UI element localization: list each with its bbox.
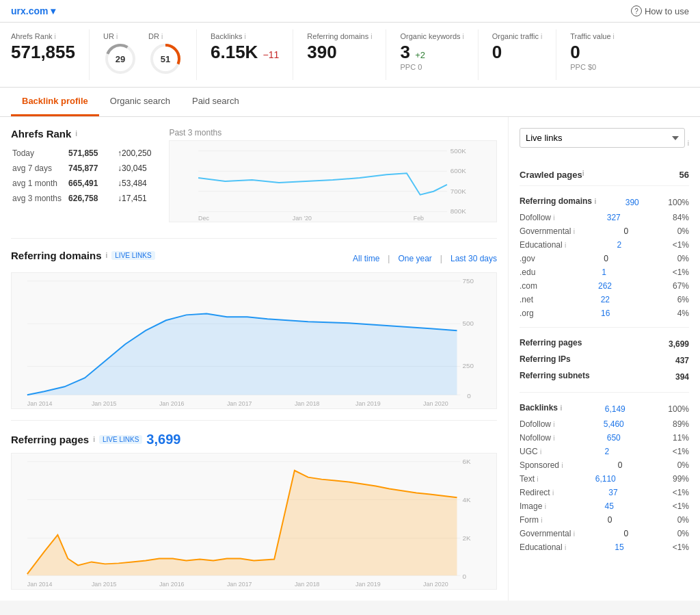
tab-organic-search[interactable]: Organic search [99, 88, 181, 116]
table-row: Today 571,855 ↑200,250 [12, 146, 157, 160]
list-item: Dofollow i 5,460 89% [520, 417, 689, 431]
rd-total-value[interactable]: 390 [625, 198, 639, 207]
referring-domains-section: Referring domains i LIVE LINKS All time … [11, 250, 497, 409]
bl-nofollow-info[interactable]: i [553, 434, 554, 442]
svg-text:0: 0 [467, 392, 471, 400]
traffic-value-sub: PPC $0 [570, 63, 615, 71]
bl-ugc-info[interactable]: i [540, 448, 541, 456]
filter-all-time[interactable]: All time [353, 254, 379, 263]
svg-text:Jan 2014: Jan 2014 [27, 400, 53, 407]
rank-chart-label: Past 3 months [169, 128, 497, 138]
bl-sponsored-info[interactable]: i [561, 462, 563, 469]
referring-pages-info[interactable]: i [93, 436, 95, 443]
svg-text:Jan 2016: Jan 2016 [159, 400, 185, 407]
svg-text:500K: 500K [450, 147, 466, 155]
list-item: Governmental i 0 0% [520, 224, 689, 238]
left-panel: Ahrefs Rank i Today 571,855 ↑200,250 avg… [0, 117, 509, 601]
svg-text:500: 500 [462, 319, 474, 327]
list-item: .edu 1 <1% [520, 265, 689, 279]
rank-chart-container: Past 3 months 500K 600K 700K 800K [169, 128, 497, 224]
referring-pages-section: Referring pages i LIVE LINKS 3,699 6K 4K… [11, 432, 497, 590]
list-item: .net 22 6% [520, 293, 689, 306]
live-links-dropdown-info[interactable]: i [688, 140, 689, 147]
svg-text:Jan 2017: Jan 2017 [227, 581, 252, 588]
filter-one-year[interactable]: One year [398, 254, 431, 263]
svg-text:Dec: Dec [199, 215, 210, 222]
backlinks-header-row: Backlinks i 6,149 100% [520, 401, 689, 417]
referring-pages-badge: LIVE LINKS [99, 435, 142, 444]
organic-traffic-value: 0 [492, 42, 543, 63]
svg-text:Jan 2014: Jan 2014 [27, 581, 53, 588]
domain-dropdown-icon: ▾ [51, 5, 55, 16]
bl-form-info[interactable]: i [541, 516, 542, 524]
list-item: Dofollow i 327 84% [520, 211, 689, 224]
how-to-use-link[interactable]: ? How to use [631, 5, 689, 16]
bl-redirect-info[interactable]: i [552, 489, 554, 497]
metric-traffic-value: Traffic value i 0 PPC $0 [570, 29, 628, 80]
backlinks-stats: Backlinks i 6,149 100% Dofollow i 5,460 … [520, 401, 689, 561]
svg-text:2K: 2K [462, 534, 470, 542]
svg-text:Jan 2016: Jan 2016 [159, 581, 185, 588]
svg-text:Jan 2018: Jan 2018 [295, 400, 320, 407]
svg-text:Jan 2020: Jan 2020 [423, 581, 448, 588]
tab-backlink-profile[interactable]: Backlink profile [11, 88, 99, 116]
table-row: avg 1 month 665,491 ↓53,484 [12, 176, 157, 190]
svg-text:Jan 2019: Jan 2019 [355, 581, 381, 588]
list-item: Form i 0 0% [520, 513, 689, 527]
list-item: Educational i 15 <1% [520, 540, 689, 554]
bl-dofollow-info[interactable]: i [553, 421, 554, 428]
referring-pages-title: Referring pages [11, 434, 89, 445]
list-item: UGC i 2 <1% [520, 445, 689, 458]
list-item: .gov 0 0% [520, 252, 689, 265]
organic-keywords-change: +2 [415, 50, 425, 60]
ur-gauge: 29 [103, 42, 137, 76]
organic-traffic-info-icon[interactable]: i [541, 33, 542, 40]
organic-keywords-value: 3 [400, 42, 409, 62]
rd-total-pct: 100% [668, 198, 689, 207]
dofollow-info[interactable]: i [553, 214, 554, 222]
ahrefs-rank-section: Ahrefs Rank i Today 571,855 ↑200,250 avg… [11, 128, 497, 224]
governmental-rd-info[interactable]: i [574, 228, 575, 235]
backlinks-info-icon[interactable]: i [244, 33, 245, 40]
svg-text:Jan 2017: Jan 2017 [227, 400, 252, 407]
list-item: Sponsored i 0 0% [520, 458, 689, 472]
svg-text:Jan 2020: Jan 2020 [423, 400, 448, 407]
bl-text-info[interactable]: i [537, 475, 538, 483]
svg-text:Feb: Feb [414, 215, 424, 222]
educational-rd-info[interactable]: i [565, 241, 566, 249]
list-item: Nofollow i 650 11% [520, 431, 689, 445]
metric-organic-keywords: Organic keywords i 3 +2 PPC 0 [400, 29, 478, 80]
ur-info-icon[interactable]: i [116, 33, 118, 40]
filter-last-30-days[interactable]: Last 30 days [450, 254, 497, 263]
bl-image-info[interactable]: i [545, 503, 546, 510]
referring-domains-info-icon[interactable]: i [371, 33, 372, 40]
traffic-value-info-icon[interactable]: i [613, 33, 615, 40]
ahrefs-rank-section-info[interactable]: i [75, 130, 77, 138]
live-links-dropdown[interactable]: Live links All-time [520, 128, 685, 148]
backlinks-total-pct: 100% [668, 404, 689, 414]
referring-domains-value: 390 [307, 42, 372, 63]
referring-domains-chart: 750 500 250 0 Jan 2014 Jan 2015 Jan 2016… [11, 272, 497, 409]
bl-edu-info[interactable]: i [565, 544, 566, 551]
dropdown-container: Live links All-time i [520, 128, 689, 159]
ahrefs-rank-info-icon[interactable]: i [55, 33, 56, 40]
referring-domains-section-info[interactable]: i [106, 252, 108, 259]
svg-text:800K: 800K [450, 207, 466, 215]
svg-text:4K: 4K [462, 496, 470, 503]
svg-text:0: 0 [462, 573, 466, 580]
svg-text:29: 29 [116, 54, 125, 64]
list-item: Referring IPs 437 [520, 352, 689, 369]
domain-selector[interactable]: urx.com ▾ [11, 5, 55, 16]
referring-pages-value: 3,699 [146, 432, 180, 447]
tab-paid-search[interactable]: Paid search [181, 88, 250, 116]
organic-keywords-info-icon[interactable]: i [463, 33, 464, 40]
svg-text:600K: 600K [450, 167, 466, 174]
metrics-bar: Ahrefs Rank i 571,855 UR i 29 DR i [0, 23, 700, 88]
list-item: Text i 6,110 99% [520, 472, 689, 486]
backlinks-value: 6.15K [211, 42, 258, 62]
backlinks-stats-info[interactable]: i [560, 404, 562, 412]
backlinks-total-value[interactable]: 6,149 [605, 404, 625, 414]
dr-info-icon[interactable]: i [161, 33, 163, 40]
bl-gov-info[interactable]: i [574, 530, 575, 538]
rd-stats-info[interactable]: i [594, 198, 596, 205]
